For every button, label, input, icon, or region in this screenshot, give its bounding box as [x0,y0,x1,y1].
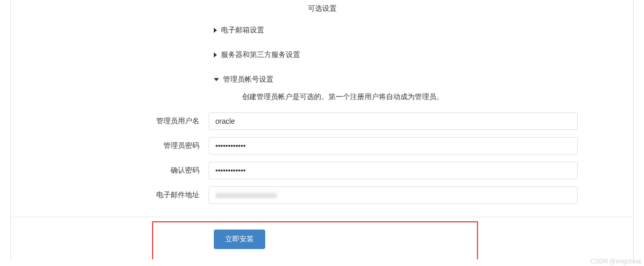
watermark: CSDN @engchina [591,258,641,259]
admin-username-label: 管理员用户名 [11,117,209,126]
section-admin-settings[interactable]: 管理员帐号设置 [11,70,633,89]
section-email-settings[interactable]: 电子邮箱设置 [11,21,633,40]
admin-username-input[interactable] [209,112,578,130]
section-admin-label: 管理员帐号设置 [223,75,273,84]
section-server-label: 服务器和第三方服务设置 [221,50,300,60]
triangle-right-icon [214,52,217,58]
triangle-right-icon [214,28,217,33]
admin-password-input[interactable] [209,137,578,155]
admin-password-label: 管理员密码 [11,141,209,150]
confirm-password-label: 确认密码 [11,166,209,175]
admin-description: 创建管理员帐户是可选的。第一个注册用户将自动成为管理员。 [11,89,633,109]
email-address-input[interactable] [209,186,578,204]
email-address-label: 电子邮件地址 [11,191,209,200]
section-email-label: 电子邮箱设置 [221,26,264,35]
section-server-settings[interactable]: 服务器和第三方服务设置 [11,45,633,65]
triangle-down-icon [214,78,219,81]
page-title: 可选设置 [11,0,633,21]
confirm-password-input[interactable] [209,162,578,179]
install-button[interactable]: 立即安装 [214,230,265,249]
